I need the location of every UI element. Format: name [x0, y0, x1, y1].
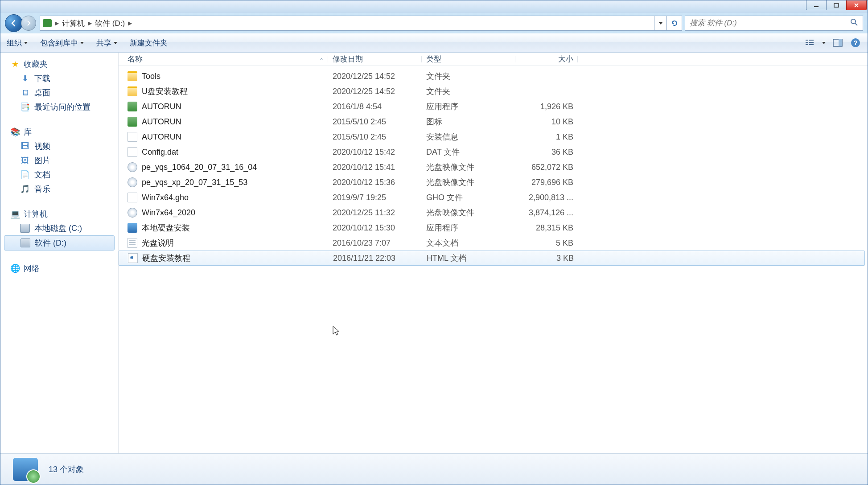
chevron-down-icon[interactable]: [822, 42, 826, 44]
search-input[interactable]: [690, 19, 850, 28]
share-button[interactable]: 共享: [96, 38, 117, 48]
file-row[interactable]: 硬盘安装教程2016/11/21 22:03HTML 文档3 KB: [119, 251, 865, 266]
file-name: AUTORUN: [142, 132, 181, 142]
file-date: 2020/10/12 15:30: [328, 223, 422, 233]
file-row[interactable]: pe_yqs_xp_20_07_31_15_532020/10/12 15:36…: [119, 175, 868, 190]
file-date: 2015/5/10 2:45: [328, 132, 422, 142]
file-row[interactable]: Win7x64_20202020/12/25 11:32光盘映像文件3,874,…: [119, 205, 868, 220]
breadcrumb-computer[interactable]: 计算机: [62, 18, 85, 29]
file-row[interactable]: AUTORUN2015/5/10 2:45图标10 KB: [119, 114, 868, 129]
view-mode-button[interactable]: [804, 37, 816, 49]
file-icon: [128, 253, 138, 263]
file-date: 2020/12/25 14:52: [328, 87, 422, 96]
file-size: 1 KB: [515, 132, 578, 142]
search-box[interactable]: [685, 16, 863, 31]
file-name: Win7x64.gho: [142, 193, 189, 202]
svg-rect-5: [806, 44, 808, 45]
sidebar-network-header[interactable]: 🌐网络: [2, 261, 116, 275]
file-row[interactable]: AUTORUN2015/5/10 2:45安装信息1 KB: [119, 129, 868, 144]
refresh-button[interactable]: [667, 16, 682, 31]
navigation-row: ▶ 计算机 ▶ 软件 (D:) ▶: [0, 13, 868, 33]
forward-button[interactable]: [21, 16, 36, 31]
close-button[interactable]: [846, 0, 867, 10]
file-name: Config.dat: [142, 148, 178, 157]
sidebar: ★收藏夹 ⬇下载 🖥桌面 📑最近访问的位置 📚库 🎞视频 🖼图片 📄文档 🎵音乐…: [0, 53, 119, 453]
minimize-button[interactable]: [806, 0, 827, 10]
svg-rect-3: [806, 40, 808, 41]
file-size: 3,874,126 ...: [515, 208, 578, 218]
sidebar-item-label: 下载: [34, 73, 50, 84]
file-icon: [128, 102, 137, 111]
chevron-down-icon: [114, 42, 117, 44]
breadcrumb-drive[interactable]: 软件 (D:): [95, 18, 125, 29]
maximize-button[interactable]: [826, 0, 847, 10]
preview-pane-button[interactable]: [832, 37, 843, 49]
address-dropdown-button[interactable]: [654, 16, 667, 31]
sidebar-libraries-header[interactable]: 📚库: [2, 125, 116, 139]
drive-icon: [21, 238, 30, 247]
sidebar-item-drive-d[interactable]: 软件 (D:): [4, 235, 115, 251]
address-bar[interactable]: ▶ 计算机 ▶ 软件 (D:) ▶: [40, 16, 654, 31]
file-type: 光盘映像文件: [422, 207, 515, 218]
file-size: 10 KB: [515, 117, 578, 127]
file-row[interactable]: Tools2020/12/25 14:52文件夹: [119, 69, 868, 84]
include-library-button[interactable]: 包含到库中: [40, 38, 84, 48]
file-icon: [128, 238, 137, 248]
file-name: Tools: [142, 72, 160, 81]
sidebar-item-pictures[interactable]: 🖼图片: [2, 153, 116, 168]
column-size-header[interactable]: 大小: [515, 54, 578, 64]
search-icon: [850, 18, 858, 28]
organize-button[interactable]: 组织: [7, 38, 28, 48]
file-type: DAT 文件: [422, 147, 515, 157]
help-button[interactable]: ?: [850, 37, 861, 49]
file-row[interactable]: Config.dat2020/10/12 15:42DAT 文件36 KB: [119, 144, 868, 160]
file-row[interactable]: 光盘说明2016/10/23 7:07文本文档5 KB: [119, 235, 868, 251]
file-icon: [128, 162, 137, 172]
sidebar-item-recent[interactable]: 📑最近访问的位置: [2, 100, 116, 114]
file-icon: [128, 117, 137, 127]
sidebar-item-drive-c[interactable]: 本地磁盘 (C:): [2, 221, 116, 235]
content-area: 名称 修改日期 类型 大小 Tools2020/12/25 14:52文件夹U盘…: [119, 53, 868, 453]
file-size: 2,900,813 ...: [515, 193, 578, 202]
file-size: 3 KB: [516, 254, 578, 263]
star-icon: ★: [10, 60, 20, 69]
file-row[interactable]: Win7x64.gho2019/9/7 19:25GHO 文件2,900,813…: [119, 190, 868, 205]
drive-icon: [20, 224, 30, 233]
sidebar-item-music[interactable]: 🎵音乐: [2, 182, 116, 196]
file-size: 1,926 KB: [515, 102, 578, 111]
file-row[interactable]: 本地硬盘安装2020/10/12 15:30应用程序28,315 KB: [119, 220, 868, 235]
column-type-header[interactable]: 类型: [422, 54, 515, 64]
file-type: 应用程序: [422, 101, 515, 112]
sidebar-libraries-label: 库: [24, 127, 32, 137]
svg-rect-10: [839, 39, 842, 46]
file-date: 2016/10/23 7:07: [328, 238, 422, 248]
file-row[interactable]: U盘安装教程2020/12/25 14:52文件夹: [119, 84, 868, 99]
file-icon: [128, 208, 137, 218]
back-button[interactable]: [5, 14, 23, 32]
sidebar-item-documents[interactable]: 📄文档: [2, 168, 116, 182]
file-size: 652,072 KB: [515, 163, 578, 172]
sidebar-item-downloads[interactable]: ⬇下载: [2, 71, 116, 86]
file-name: pe_yqs_xp_20_07_31_15_53: [142, 178, 247, 187]
file-date: 2019/9/7 19:25: [328, 193, 422, 202]
file-list[interactable]: Tools2020/12/25 14:52文件夹U盘安装教程2020/12/25…: [119, 66, 868, 453]
file-row[interactable]: AUTORUN2016/1/8 4:54应用程序1,926 KB: [119, 99, 868, 114]
svg-rect-1: [834, 4, 839, 7]
file-size: 279,696 KB: [515, 178, 578, 187]
sidebar-item-label: 视频: [34, 141, 50, 152]
titlebar[interactable]: [0, 0, 868, 13]
file-icon: [128, 177, 137, 187]
new-folder-button[interactable]: 新建文件夹: [130, 38, 168, 48]
file-row[interactable]: pe_yqs_1064_20_07_31_16_042020/10/12 15:…: [119, 160, 868, 175]
column-date-header[interactable]: 修改日期: [328, 54, 422, 64]
sidebar-item-videos[interactable]: 🎞视频: [2, 139, 116, 153]
sidebar-item-desktop[interactable]: 🖥桌面: [2, 86, 116, 100]
column-name-header[interactable]: 名称: [123, 54, 328, 64]
sidebar-favorites-header[interactable]: ★收藏夹: [2, 57, 116, 71]
file-type: 应用程序: [422, 222, 515, 233]
network-icon: 🌐: [10, 264, 20, 273]
address-container: ▶ 计算机 ▶ 软件 (D:) ▶: [40, 16, 863, 31]
sidebar-computer-header[interactable]: 💻计算机: [2, 207, 116, 221]
nav-buttons: [5, 14, 36, 32]
recent-icon: 📑: [20, 103, 30, 111]
